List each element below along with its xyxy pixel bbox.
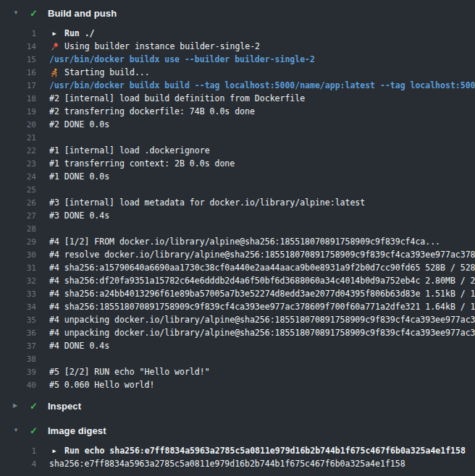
- line-number[interactable]: 15: [0, 55, 36, 64]
- chevron-down-icon[interactable]: ▼: [13, 10, 22, 16]
- log-line-body: /usr/bin/docker buildx build --tag local…: [49, 80, 475, 90]
- log-text: #5 0.060 Hello world!: [49, 380, 154, 390]
- log-text: /usr/bin/docker buildx use --builder bui…: [49, 54, 315, 64]
- log-line-body: #2 transferring dockerfile: 74B 0.0s don…: [49, 106, 475, 116]
- log-line: 33 #4 sha256:a24bb4013296f61e89ba57005a7…: [0, 287, 475, 300]
- line-number[interactable]: 35: [0, 315, 36, 325]
- log-line-body: #4 unpacking docker.io/library/alpine@sh…: [49, 328, 475, 338]
- line-number[interactable]: 37: [0, 341, 36, 351]
- log-line: 24 #1 DONE 0.0s: [0, 170, 475, 183]
- line-number[interactable]: 31: [0, 263, 36, 273]
- log-line: 36 #4 unpacking docker.io/library/alpine…: [0, 326, 475, 339]
- play-icon: ▶: [49, 30, 59, 37]
- line-number[interactable]: 14: [0, 42, 36, 51]
- line-number[interactable]: 26: [0, 198, 36, 208]
- line-number[interactable]: 40: [0, 381, 36, 390]
- section-header-build-and-push[interactable]: ▼ ✓ Build and push: [0, 3, 475, 23]
- log-text: #5 [2/2] RUN echo "Hello world!": [49, 367, 210, 377]
- line-number[interactable]: 32: [0, 276, 36, 286]
- runner-icon: [49, 68, 59, 77]
- log-line: 32 #4 sha256:df20fa9351a15782c64e6dddb2d…: [0, 274, 475, 287]
- line-number[interactable]: 1: [0, 29, 36, 38]
- log-line: 18 #2 [internal] load build definition f…: [0, 92, 475, 105]
- log-line-body: Using builder instance builder-single-2: [49, 41, 475, 51]
- log-line-body: #4 [1/2] FROM docker.io/library/alpine@s…: [49, 237, 475, 247]
- log-line: 14 Using builder instance builder-single…: [0, 40, 475, 53]
- log-line: 1 ▶ Run echo sha256:e7ff8834a5963a2785c5…: [0, 444, 475, 457]
- line-number[interactable]: 28: [0, 224, 36, 234]
- log-line: 25: [0, 183, 475, 196]
- log-line: 38: [0, 352, 475, 365]
- pushpin-icon: [49, 42, 59, 51]
- line-number[interactable]: 27: [0, 211, 36, 221]
- line-number[interactable]: 38: [0, 354, 36, 364]
- line-number[interactable]: 18: [0, 94, 36, 103]
- line-number[interactable]: 17: [0, 81, 36, 90]
- log-line: 1 ▶ Run ./: [0, 27, 475, 40]
- line-number[interactable]: 21: [0, 133, 36, 143]
- log-line: 20 #2 DONE 0.0s: [0, 118, 475, 131]
- line-number[interactable]: 34: [0, 302, 36, 312]
- log-text: #3 DONE 0.4s: [49, 211, 109, 221]
- log-line: 17 /usr/bin/docker buildx build --tag lo…: [0, 79, 475, 92]
- log-line: 22 #1 [internal] load .dockerignore: [0, 144, 475, 157]
- section-header-inspect[interactable]: ▶ ✓ Inspect: [0, 396, 475, 416]
- log-text: #4 sha256:185518070891758909c9f839cf4ca3…: [49, 302, 475, 312]
- log-line-body: ▶ Run ./: [49, 28, 475, 38]
- line-number[interactable]: 24: [0, 172, 36, 182]
- section-title: Inspect: [48, 401, 81, 412]
- log-line-body: #1 [internal] load .dockerignore: [49, 145, 475, 156]
- log-line: 15 /usr/bin/docker buildx use --builder …: [0, 53, 475, 66]
- log-text: #4 unpacking docker.io/library/alpine@sh…: [49, 328, 475, 338]
- line-number[interactable]: 29: [0, 237, 36, 247]
- log-text: #2 [internal] load build definition from…: [49, 93, 305, 103]
- line-number[interactable]: 4: [0, 459, 36, 469]
- line-number[interactable]: 1: [0, 446, 36, 456]
- log-line: 4 sha256:e7ff8834a5963a2785c5a0811e979d1…: [0, 457, 475, 470]
- log-line-body: #4 resolve docker.io/library/alpine@sha2…: [49, 250, 475, 260]
- chevron-down-icon[interactable]: ▼: [13, 428, 22, 433]
- log-line-body: Starting build...: [49, 67, 475, 77]
- log-text: #3 [internal] load metadata for docker.i…: [49, 197, 365, 208]
- line-number[interactable]: 25: [0, 185, 36, 195]
- log-text: #4 sha256:a15790640a6690aa1730c38cf0a440…: [49, 263, 475, 273]
- log-line-body: #4 DONE 0.4s: [49, 341, 475, 351]
- log-line: 28: [0, 222, 475, 235]
- log-line-body: #1 transferring context: 2B 0.0s done: [49, 158, 475, 169]
- section-title: Build and push: [48, 8, 117, 19]
- section-title: Image digest: [48, 425, 106, 436]
- log-line-body: #4 sha256:a24bb4013296f61e89ba57005a7b3e…: [49, 289, 475, 299]
- log-section: ▼ ✓ Image digest 1 ▶ Run echo sha256:e7f…: [0, 420, 475, 470]
- success-check-icon: ✓: [30, 426, 38, 435]
- log-line-body: #4 unpacking docker.io/library/alpine@sh…: [49, 315, 475, 325]
- actions-log-panel: ▼ ✓ Build and push 1 ▶ Run ./ 14 Using b…: [0, 3, 475, 470]
- log-line: 21: [0, 131, 475, 144]
- log-line: 30 #4 resolve docker.io/library/alpine@s…: [0, 248, 475, 261]
- log-section: ▼ ✓ Build and push 1 ▶ Run ./ 14 Using b…: [0, 3, 475, 391]
- log-line-body: #2 DONE 0.0s: [49, 119, 475, 129]
- section-header-image-digest[interactable]: ▼ ✓ Image digest: [0, 420, 475, 441]
- log-line-body: #4 sha256:185518070891758909c9f839cf4ca3…: [49, 302, 475, 312]
- log-section: ▶ ✓ Inspect: [0, 396, 475, 416]
- line-number[interactable]: 19: [0, 107, 36, 116]
- log-text: #1 transferring context: 2B 0.0s done: [49, 158, 235, 169]
- log-line: 26 #3 [internal] load metadata for docke…: [0, 196, 475, 209]
- line-number[interactable]: 23: [0, 159, 36, 169]
- line-number[interactable]: 30: [0, 250, 36, 260]
- log-line: 19 #2 transferring dockerfile: 74B 0.0s …: [0, 105, 475, 118]
- log-line: 31 #4 sha256:a15790640a6690aa1730c38cf0a…: [0, 261, 475, 274]
- log-text: #4 resolve docker.io/library/alpine@sha2…: [49, 250, 475, 260]
- log-line-body: ▶ Run echo sha256:e7ff8834a5963a2785c5a0…: [49, 446, 475, 456]
- log-line: 37 #4 DONE 0.4s: [0, 339, 475, 352]
- line-number[interactable]: 36: [0, 328, 36, 338]
- log-text: #4 unpacking docker.io/library/alpine@sh…: [49, 315, 475, 325]
- chevron-right-icon[interactable]: ▶: [13, 403, 22, 409]
- log-line-body: sha256:e7ff8834a5963a2785c5a0811e979d16b…: [49, 459, 475, 469]
- line-number[interactable]: 22: [0, 146, 36, 156]
- line-number[interactable]: 33: [0, 289, 36, 299]
- line-number[interactable]: 20: [0, 120, 36, 129]
- line-number[interactable]: 16: [0, 68, 36, 77]
- line-number[interactable]: 39: [0, 367, 36, 377]
- log-line: 29 #4 [1/2] FROM docker.io/library/alpin…: [0, 235, 475, 248]
- log-line: 39 #5 [2/2] RUN echo "Hello world!": [0, 365, 475, 378]
